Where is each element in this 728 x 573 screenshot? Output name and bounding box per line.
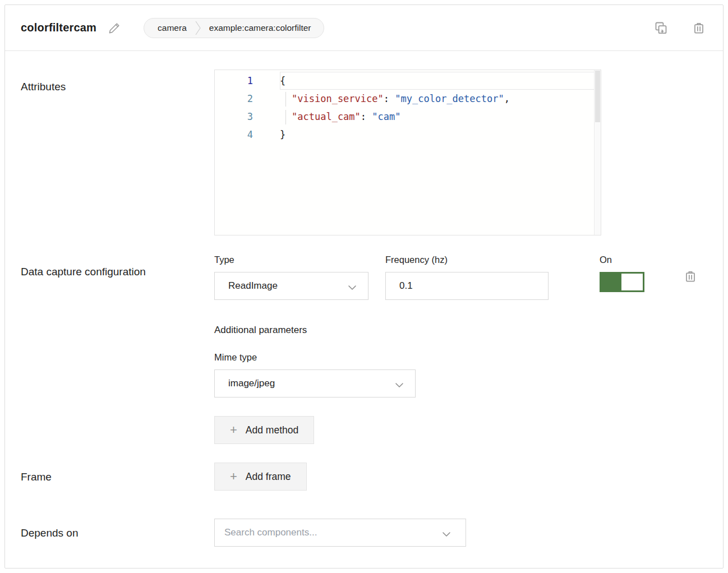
- add-method-label: Add method: [246, 424, 298, 436]
- rename-button[interactable]: [107, 20, 122, 36]
- code-token-punct: ,: [504, 93, 510, 104]
- duplicate-icon: [653, 20, 669, 35]
- chevron-down-icon: [348, 283, 357, 294]
- delete-capture-method-button[interactable]: [682, 268, 699, 285]
- add-frame-button[interactable]: + Add frame: [214, 463, 307, 491]
- capture-type-value: ReadImage: [228, 280, 278, 292]
- trash-icon: [692, 21, 706, 35]
- depends-on-placeholder: Search components...: [224, 527, 317, 538]
- attributes-section: Attributes 1234 {"vision_service": "my_c…: [21, 70, 707, 235]
- component-name: colorfiltercam: [21, 21, 96, 34]
- code-token-punct: :: [361, 111, 372, 122]
- indent-guide-line: [285, 92, 286, 107]
- delete-component-button[interactable]: [690, 20, 707, 36]
- card-body: Attributes 1234 {"vision_service": "my_c…: [5, 70, 723, 547]
- code-token-punct: {: [280, 75, 285, 86]
- frame-section: Frame + Add frame: [21, 463, 707, 491]
- capture-method-row: Type ReadImage Frequency (hz) On: [214, 255, 707, 300]
- code-token-punct: }: [280, 129, 285, 140]
- mime-type-label: Mime type: [214, 352, 707, 363]
- code-line[interactable]: }: [280, 126, 601, 144]
- depends-on-section: Depends on Search components...: [21, 519, 707, 547]
- breadcrumb-category: camera: [158, 23, 187, 33]
- code-token-string: "cam": [372, 111, 400, 122]
- code-line[interactable]: "vision_service": "my_color_detector",: [280, 90, 601, 108]
- chevron-down-icon: [442, 529, 451, 540]
- breadcrumb: camera example:camera:colorfilter: [144, 18, 324, 38]
- toggle-knob: [621, 274, 643, 290]
- editor-scrollbar[interactable]: [594, 70, 601, 235]
- toggle-label: On: [600, 255, 644, 265]
- indent-guide-line: [285, 110, 286, 124]
- plus-icon: +: [230, 424, 237, 436]
- plus-icon: +: [230, 470, 237, 483]
- attributes-json-editor[interactable]: 1234 {"vision_service": "my_color_detect…: [214, 70, 601, 235]
- mime-type-select[interactable]: image/jpeg: [214, 369, 416, 398]
- add-method-button[interactable]: + Add method: [214, 416, 314, 444]
- pencil-icon: [108, 21, 121, 35]
- line-number: 3: [215, 108, 280, 126]
- code-token-punct: :: [384, 93, 395, 104]
- additional-parameters-label: Additional parameters: [214, 325, 707, 336]
- frequency-input[interactable]: [385, 272, 549, 300]
- type-label: Type: [214, 255, 368, 265]
- chevron-right-icon: [195, 20, 201, 36]
- code-token-key: "actual_cam": [292, 111, 361, 122]
- depends-on-select[interactable]: Search components...: [214, 519, 466, 547]
- editor-code[interactable]: {"vision_service": "my_color_detector","…: [280, 70, 601, 235]
- code-token-string: "my_color_detector": [395, 93, 504, 104]
- line-number: 2: [215, 90, 280, 108]
- capture-on-toggle[interactable]: [600, 272, 644, 292]
- line-number: 1: [215, 72, 280, 90]
- code-token-key: "vision_service": [292, 93, 384, 104]
- frequency-label: Frequency (hz): [385, 255, 549, 265]
- add-frame-label: Add frame: [246, 471, 291, 483]
- editor-scrollbar-thumb[interactable]: [595, 71, 600, 122]
- attributes-label: Attributes: [21, 70, 214, 235]
- line-number: 4: [215, 126, 280, 144]
- code-line[interactable]: "actual_cam": "cam": [280, 108, 601, 126]
- component-config-card: colorfiltercam camera example:camera:col…: [4, 4, 724, 569]
- editor-gutter: 1234: [215, 70, 280, 235]
- data-capture-section: Data capture configuration Type ReadImag…: [21, 255, 707, 444]
- breadcrumb-model: example:camera:colorfilter: [209, 23, 311, 33]
- duplicate-component-button[interactable]: [652, 20, 669, 36]
- code-line[interactable]: {: [280, 72, 601, 90]
- mime-type-value: image/jpeg: [228, 378, 275, 389]
- capture-type-select[interactable]: ReadImage: [214, 272, 368, 300]
- card-header: colorfiltercam camera example:camera:col…: [5, 5, 723, 51]
- data-capture-label: Data capture configuration: [21, 255, 214, 444]
- frame-label: Frame: [21, 463, 214, 491]
- depends-on-label: Depends on: [21, 519, 214, 547]
- trash-icon: [683, 269, 698, 284]
- chevron-down-icon: [395, 380, 404, 391]
